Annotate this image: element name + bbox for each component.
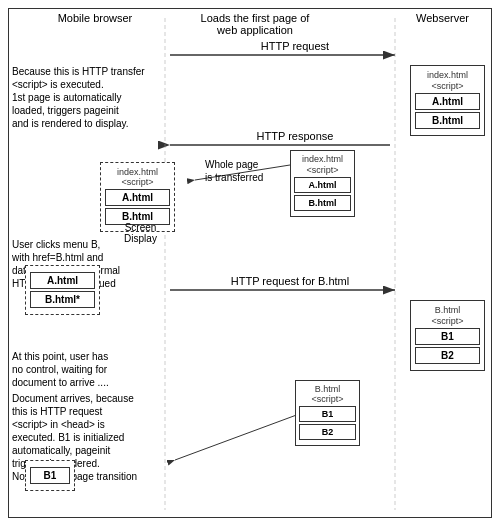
transferred-script-tag: <script> xyxy=(294,165,351,175)
loads-first-page-label: Loads the first page of web application xyxy=(175,12,335,36)
transferred-a-html: A.html xyxy=(294,177,351,193)
http-transfer-annotation: Because this is HTTP transfer <script> i… xyxy=(12,65,162,130)
server-b-html-label: B.html xyxy=(415,305,480,315)
http-request-b-label: HTTP request for B.html xyxy=(195,275,385,287)
ab-a-html: A.html xyxy=(30,272,95,289)
trans-b2: B2 xyxy=(299,424,356,440)
screen-a-html: A.html xyxy=(105,189,170,206)
transferred-index-box: index.html <script> A.html B.html xyxy=(290,150,355,217)
transferred-b-html: B.html xyxy=(294,195,351,211)
server-b-html-box: B.html <script> B1 B2 xyxy=(410,300,485,371)
ab-b-html-star: B.html* xyxy=(30,291,95,308)
whole-page-label: Whole page is transferred xyxy=(205,158,290,184)
server-b-html: B.html xyxy=(415,112,480,129)
mobile-browser-label: Mobile browser xyxy=(30,12,160,24)
waiting-annotation: At this point, user has no control, wait… xyxy=(12,350,167,389)
webserver-label: Webserver xyxy=(400,12,485,24)
server-b-script-tag: <script> xyxy=(415,316,480,326)
server-b1: B1 xyxy=(415,328,480,345)
transferred-index-label: index.html xyxy=(294,154,351,164)
trans-b1: B1 xyxy=(299,406,356,422)
http-request-label: HTTP request xyxy=(220,40,370,52)
ab-dashed-box: A.html B.html* xyxy=(25,265,100,315)
diagram: Mobile browser Loads the first page of w… xyxy=(0,0,500,526)
final-b1: B1 xyxy=(30,467,70,484)
trans-b-script: <script> xyxy=(299,394,356,404)
trans-b-label: B.html xyxy=(299,384,356,394)
server-index-html-box: index.html <script> A.html B.html xyxy=(410,65,485,136)
server-script-tag: <script> xyxy=(415,81,480,91)
server-a-html: A.html xyxy=(415,93,480,110)
screen-script-tag: <script> xyxy=(105,177,170,187)
server-index-label: index.html xyxy=(415,70,480,80)
http-response-label: HTTP response xyxy=(220,130,370,142)
screen-index-label: index.html xyxy=(105,167,170,177)
transferred-b-box: B.html <script> B1 B2 xyxy=(295,380,360,446)
final-b1-box: B1 xyxy=(25,460,75,491)
server-b2: B2 xyxy=(415,347,480,364)
